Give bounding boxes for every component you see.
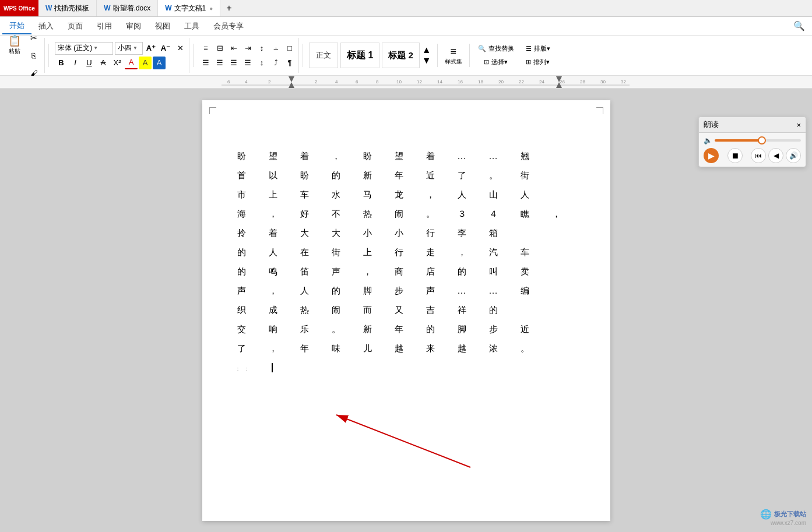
svg-line-25	[336, 415, 470, 467]
select-icon: ⊡	[484, 58, 489, 66]
style-normal[interactable]: 正文	[309, 43, 338, 68]
rewind-button[interactable]: ⏮	[751, 148, 766, 163]
char-shade-btn[interactable]: A	[153, 57, 166, 69]
tab-reference[interactable]: 引用	[90, 19, 119, 34]
paste-icon: 📋	[8, 34, 21, 47]
page-corner-tl	[209, 107, 216, 114]
text-cursor	[272, 363, 273, 372]
cut-button[interactable]: ✂	[26, 30, 42, 46]
brand-icon: 🌐	[760, 509, 772, 520]
align-justify-btn[interactable]: ☰	[241, 57, 254, 69]
svg-text:2: 2	[268, 79, 271, 84]
svg-text:10: 10	[396, 79, 402, 84]
svg-text:8: 8	[376, 79, 379, 84]
svg-text:14: 14	[437, 79, 442, 84]
increase-font-btn[interactable]: A⁺	[145, 42, 157, 55]
new-tab-button[interactable]: +	[220, 0, 237, 16]
svg-text:22: 22	[519, 79, 524, 84]
line-spacing-btn[interactable]: ↕	[255, 57, 268, 69]
brand-watermark: 🌐 极光下载站 www.xz7.com	[760, 509, 806, 526]
prev-sentence-btn[interactable]: ◀	[768, 148, 783, 163]
page-corner-tr	[596, 107, 603, 114]
svg-text:4: 4	[245, 79, 248, 84]
clear-format-btn[interactable]: ✕	[174, 42, 187, 55]
document-page[interactable]: 盼 望 着 ， 盼 望 着 … … 翘 首 以 盼 的 新 年 近 了 。 街 …	[202, 100, 610, 521]
brand-row: 🌐 极光下载站	[760, 509, 806, 520]
tab-template[interactable]: W 找插壳模板	[38, 0, 97, 16]
extra-controls: ⏮ ◀ 🔊	[751, 148, 801, 163]
sep-3	[303, 44, 303, 67]
tab-page[interactable]: 页面	[61, 19, 90, 34]
document-content[interactable]: 盼 望 着 ， 盼 望 着 … … 翘 首 以 盼 的 新 年 近 了 。 街 …	[237, 147, 575, 378]
align-center-btn[interactable]: ☰	[213, 57, 226, 69]
search-icon[interactable]: 🔍	[789, 18, 810, 34]
doc-line-7: 的 鸣 笛 声 ， 商 店 的 叫 卖	[237, 262, 575, 281]
text-direction-btn[interactable]: ↕	[255, 42, 268, 55]
style-heading1[interactable]: 标题 1	[340, 43, 379, 68]
italic-btn[interactable]: I	[69, 57, 82, 69]
play-button[interactable]: ▶	[704, 148, 719, 163]
tab-wenzicao[interactable]: W 文字文稿1 ●	[158, 0, 220, 16]
volume-btn[interactable]: 🔊	[786, 148, 801, 163]
svg-text:32: 32	[621, 79, 626, 84]
wps-logo: WPS Office	[0, 0, 38, 16]
align-left-btn[interactable]: ☰	[199, 57, 212, 69]
style-set-btn[interactable]: ≡ 样式集	[441, 40, 466, 71]
tab-view[interactable]: 视图	[148, 19, 177, 34]
style-set-label: 样式集	[445, 58, 462, 66]
svg-marker-1	[289, 76, 294, 82]
doc-line-4: 海 ， 好 不 热 闹 。 ３ ４ 瞧 ，	[237, 205, 575, 224]
select-label: 选择▾	[491, 58, 508, 66]
typeset-btn[interactable]: ☰ 排版▾	[523, 43, 553, 54]
ribbon: 开始 插入 页面 引用 审阅 视图 工具 会员专享 🔍 📋 粘贴 ✂ ⎘	[0, 17, 812, 76]
title-bar: WPS Office W 找插壳模板 W 盼望着.docx W 文字文稿1 ● …	[0, 0, 812, 17]
main-area: 盼 望 着 ， 盼 望 着 … … 翘 首 以 盼 的 新 年 近 了 。 街 …	[0, 89, 812, 532]
style-gallery-arrows[interactable]: ▲ ▼	[422, 45, 431, 66]
tab-tools[interactable]: 工具	[177, 19, 206, 34]
tab-icon-3: W	[165, 4, 171, 12]
arrange-btn[interactable]: ⊞ 排列▾	[523, 57, 553, 68]
ribbon-content: 📋 粘贴 ✂ ⎘ 🖌 宋体 (正文) ▼	[0, 36, 812, 75]
decrease-font-btn[interactable]: A⁻	[159, 42, 172, 55]
find-replace-btn[interactable]: 🔍 查找替换	[476, 43, 516, 54]
tab-panwang[interactable]: W 盼望着.docx	[97, 0, 158, 16]
svg-text:30: 30	[600, 79, 606, 84]
speed-slider-thumb[interactable]	[758, 136, 766, 145]
style-gallery: 正文 标题 1 标题 2 ▲ ▼	[307, 38, 434, 73]
tab-label-3: 文字文稿1	[174, 3, 206, 13]
highlight-btn[interactable]: A	[139, 57, 152, 69]
font-group: 宋体 (正文) ▼ 小四 ▼ A⁺ A⁻ ✕ B I U A X² A A A	[52, 38, 189, 73]
paragraph-handle-icon: ::	[237, 365, 255, 372]
numbering-btn[interactable]: ⊟	[213, 42, 226, 55]
find-icon: 🔍	[478, 45, 486, 52]
speed-slider-track[interactable]	[715, 139, 801, 142]
border-btn[interactable]: □	[283, 42, 296, 55]
reading-panel-close[interactable]: ×	[796, 121, 801, 129]
para-mark-btn[interactable]: ¶	[283, 57, 296, 69]
tab-member[interactable]: 会员专享	[206, 19, 251, 34]
style-heading2[interactable]: 标题 2	[382, 43, 420, 68]
font-color-btn[interactable]: A	[125, 57, 138, 69]
sort-btn[interactable]: ⤴	[269, 57, 282, 69]
ruler-svg: 6 4 2 2 4 6 8 10 12 14 16 18 20 22 24 26…	[222, 76, 630, 88]
column-btn[interactable]: ⫠	[269, 42, 282, 55]
doc-line-10: 交 响 乐 。 新 年 的 脚 步 近	[237, 320, 575, 339]
bullet-list-btn[interactable]: ≡	[199, 42, 212, 55]
indent-right-btn[interactable]: ⇥	[241, 42, 254, 55]
paste-button[interactable]: 📋 粘贴	[5, 30, 24, 60]
font-size-selector[interactable]: 小四 ▼	[115, 42, 143, 55]
doc-line-11: 了 ， 年 味 儿 越 来 越 浓 。	[237, 339, 575, 358]
stop-button[interactable]: ⏹	[727, 148, 743, 163]
svg-text:6: 6	[227, 79, 230, 84]
superscript-btn[interactable]: X²	[111, 57, 124, 69]
copy-button[interactable]: ⎘	[26, 47, 42, 64]
sep-1	[48, 44, 49, 67]
tab-review[interactable]: 审阅	[119, 19, 148, 34]
bold-btn[interactable]: B	[55, 57, 68, 69]
select-btn[interactable]: ⊡ 选择▾	[476, 57, 516, 68]
strikethrough-btn[interactable]: A	[97, 57, 110, 69]
indent-left-btn[interactable]: ⇤	[227, 42, 240, 55]
underline-btn[interactable]: U	[83, 57, 96, 69]
font-name-selector[interactable]: 宋体 (正文) ▼	[55, 42, 113, 55]
align-right-btn[interactable]: ☰	[227, 57, 240, 69]
